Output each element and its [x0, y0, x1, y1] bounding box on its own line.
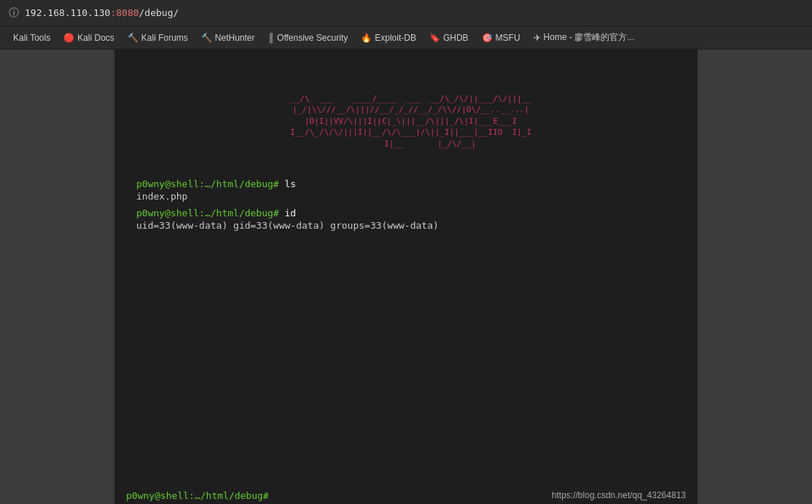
footer-prompt: p0wny@shell:…/html/debug#	[126, 490, 269, 501]
ghdb-icon: 🔖	[429, 33, 440, 43]
url-path: /debug/	[139, 7, 179, 18]
address-bar: ⓘ 192.168.110.130:8080/debug/	[0, 0, 812, 26]
bookmark-kali-tools[interactable]: Kali Tools	[4, 31, 56, 45]
info-icon: ⓘ	[9, 7, 19, 20]
msfu-icon: 🎯	[482, 33, 493, 43]
bookmark-ghdb[interactable]: 🔖 GHDB	[423, 31, 475, 45]
terminal-status-bar: p0wny@shell:…/html/debug# https://blog.c…	[114, 487, 698, 504]
bookmark-kali-docs[interactable]: 🔴 Kali Docs	[58, 31, 120, 45]
bookmark-label: Kali Docs	[77, 33, 114, 43]
bookmark-exploit-db[interactable]: 🔥 Exploit-DB	[355, 31, 422, 45]
terminal-body: p0wny@shell:…/html/debug# ls index.php p…	[136, 178, 676, 231]
bookmark-home[interactable]: ✈ Home - 廖雪峰的官方...	[528, 29, 641, 46]
bookmark-label: Home - 廖雪峰的官方...	[544, 31, 635, 44]
command-2: id	[279, 208, 296, 218]
bookmarks-bar: Kali Tools 🔴 Kali Docs 🔨 Kali Forums 🔨 N…	[0, 26, 812, 50]
output-1: index.php	[136, 191, 676, 202]
command-1: ls	[279, 178, 296, 189]
bookmark-label: GHDB	[443, 33, 469, 43]
url-port: :8080	[110, 7, 138, 18]
prompt-2: p0wny@shell:…/html/debug#	[136, 208, 279, 218]
kali-forums-icon: 🔨	[128, 33, 138, 43]
output-2: uid=33(www-data) gid=33(www-data) groups…	[136, 220, 676, 231]
terminal-line-1: p0wny@shell:…/html/debug# ls	[136, 178, 676, 189]
terminal-line-2: p0wny@shell:…/html/debug# id	[136, 208, 676, 218]
bookmark-nethunter[interactable]: 🔨 NetHunter	[195, 31, 261, 45]
bookmark-label: Offensive Security	[277, 33, 348, 43]
address-url[interactable]: 192.168.110.130:8080/debug/	[25, 7, 179, 18]
footer-url: https://blog.csdn.net/qq_43264813	[552, 490, 686, 500]
bookmark-label: Exploit-DB	[375, 33, 416, 43]
bookmark-label: MSFU	[496, 33, 520, 43]
prompt-1: p0wny@shell:…/html/debug#	[136, 178, 279, 189]
bookmark-label: Kali Tools	[13, 33, 50, 43]
bookmark-offensive-security[interactable]: ║ Offensive Security	[262, 31, 354, 45]
url-host: 192.168.110.130	[25, 7, 110, 18]
exploit-db-icon: 🔥	[361, 33, 372, 43]
home-icon: ✈	[534, 33, 541, 43]
main-content: __/\ ___ ____/____ ___ __/\_/\/||___/\/|…	[0, 50, 812, 504]
bookmark-msfu[interactable]: 🎯 MSFU	[476, 31, 526, 45]
bookmark-label: Kali Forums	[141, 33, 188, 43]
offensive-security-icon: ║	[268, 33, 275, 43]
kali-docs-icon: 🔴	[63, 33, 74, 43]
ascii-banner: __/\ ___ ____/____ ___ __/\_/\/||___/\/|…	[136, 93, 676, 149]
bookmark-kali-forums[interactable]: 🔨 Kali Forums	[122, 31, 194, 45]
terminal-panel[interactable]: __/\ ___ ____/____ ___ __/\_/\/||___/\/|…	[114, 50, 698, 504]
bookmark-label: NetHunter	[215, 33, 255, 43]
nethunter-icon: 🔨	[201, 33, 212, 43]
